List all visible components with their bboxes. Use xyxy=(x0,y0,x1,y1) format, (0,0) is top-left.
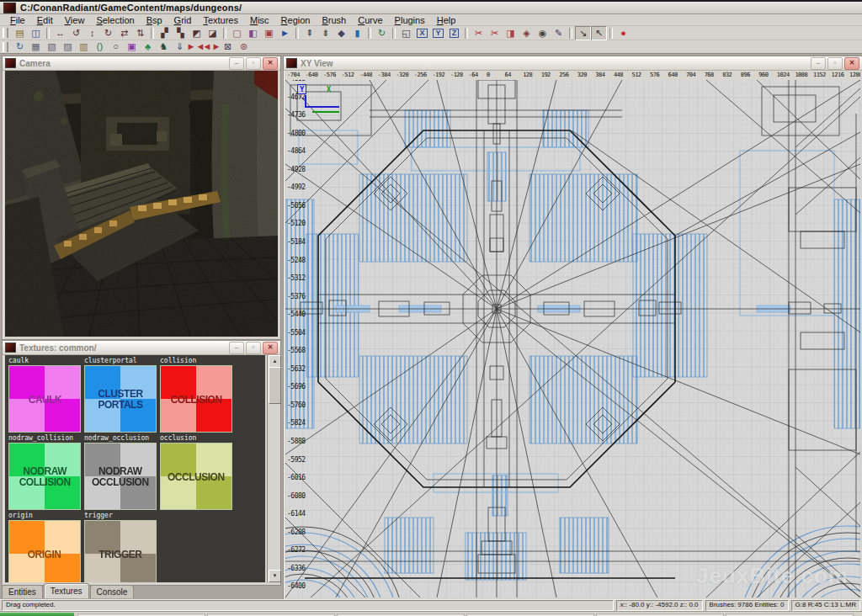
tab-console[interactable]: Console xyxy=(90,585,135,598)
complex-rotate-icon[interactable]: ▚ xyxy=(173,26,189,40)
maximize-button[interactable]: ▫ xyxy=(827,57,843,70)
menu-misc[interactable]: Misc xyxy=(245,15,274,25)
tab-entities[interactable]: Entities xyxy=(2,585,43,598)
hollow-icon[interactable]: ▣ xyxy=(261,26,277,40)
minimize-button[interactable]: ‒ xyxy=(229,342,244,354)
close-button[interactable]: ✕ xyxy=(263,57,278,70)
flush-texture-icon[interactable]: ◈ xyxy=(519,26,535,40)
csg-merge-icon[interactable]: ◧ xyxy=(245,26,261,40)
cubic-clip-icon[interactable]: ◉ xyxy=(535,26,551,40)
texture-collision[interactable]: collisionCOLLISION xyxy=(160,357,232,433)
texture-caulk[interactable]: caulkCAULK xyxy=(8,357,81,433)
scroll-up-icon[interactable]: ▲ xyxy=(269,355,281,368)
texture-clusterportal[interactable]: clusterportalCLUSTER PORTALS xyxy=(84,357,157,433)
no-selection-icon[interactable]: ⊠ xyxy=(220,40,236,54)
maximize-button[interactable]: ▫ xyxy=(246,342,261,354)
brush-edit-icon[interactable]: ◩ xyxy=(189,26,205,40)
show-coordinates-icon[interactable]: ▨ xyxy=(60,40,76,54)
clipper-tool-icon[interactable]: ◨ xyxy=(503,26,519,40)
menu-brush[interactable]: Brush xyxy=(317,15,351,25)
texture-nodraw_occlusion[interactable]: nodraw_occlusionNODRAW OCCLUSION xyxy=(84,434,157,510)
next-leak-spot-icon[interactable]: ◄► xyxy=(204,40,220,54)
patch-edit-icon[interactable]: ◪ xyxy=(205,26,221,40)
vertex-mode-icon[interactable]: ○ xyxy=(108,40,124,54)
texture-swatch[interactable]: CAULK xyxy=(8,365,81,433)
minimize-button[interactable]: ‒ xyxy=(229,57,244,70)
rotate-z-icon[interactable]: ⇅ xyxy=(132,26,148,40)
freeform-pen-icon[interactable]: ✎ xyxy=(551,26,567,40)
patch-grid-icon[interactable]: ▣ xyxy=(124,40,140,54)
camera-title-bar[interactable]: Camera ‒ ▫ ✕ xyxy=(3,56,280,71)
toolbar-grip[interactable] xyxy=(3,28,8,38)
menu-bsp[interactable]: Bsp xyxy=(141,15,168,25)
monster-clip-icon[interactable]: ♞ xyxy=(156,40,172,54)
minimize-button[interactable]: ‒ xyxy=(811,57,826,70)
tab-textures[interactable]: Textures xyxy=(44,583,89,598)
rotate-y-icon[interactable]: ↻ xyxy=(100,26,116,40)
flip-x-icon[interactable]: ↔ xyxy=(52,26,68,40)
show-blocks-icon[interactable]: ▧ xyxy=(44,40,60,54)
texture-swatch[interactable]: ORIGIN xyxy=(8,520,81,582)
clip-back-icon[interactable]: ✂ xyxy=(487,26,503,40)
select-inside-icon[interactable]: ↖ xyxy=(591,26,607,40)
scroll-down-icon[interactable]: ▼ xyxy=(269,570,281,582)
texture-swatch[interactable]: COLLISION xyxy=(160,365,232,433)
texture-swatch[interactable]: TRIGGER xyxy=(84,520,157,582)
texture-swatch[interactable]: CLUSTER PORTALS xyxy=(84,365,157,433)
flip-y-icon[interactable]: ↕ xyxy=(84,26,100,40)
curve-bend-icon[interactable]: () xyxy=(92,40,108,54)
main-title-bar[interactable]: C:/ConanRadiant/GameContent/maps/dungeon… xyxy=(0,0,862,14)
start-button-sliver[interactable] xyxy=(0,613,74,616)
flip-z-icon[interactable]: ⇄ xyxy=(116,26,132,40)
region-select-icon[interactable]: ▢ xyxy=(229,26,245,40)
menu-region[interactable]: Region xyxy=(276,15,316,25)
texture-trigger[interactable]: triggerTRIGGER xyxy=(84,512,157,582)
dont-select-models-icon[interactable]: ● xyxy=(615,26,631,40)
scrollbar-thumb[interactable] xyxy=(269,367,281,404)
drop-entity-icon[interactable]: ⇓ xyxy=(172,40,188,54)
scale-y-icon[interactable]: ⇟ xyxy=(317,26,333,40)
rotate-x-icon[interactable]: ↺ xyxy=(68,26,84,40)
cycle-layout-icon[interactable]: ↻ xyxy=(374,26,390,40)
selection-arrow-icon[interactable]: ► xyxy=(277,26,293,40)
show-names-icon[interactable]: ▦ xyxy=(28,40,44,54)
menu-help[interactable]: Help xyxy=(432,15,461,25)
texture-nodraw_collision[interactable]: nodraw_collisionNODRAW COLLISION xyxy=(8,434,81,510)
menu-plugins[interactable]: Plugins xyxy=(390,15,430,25)
texture-browser[interactable]: caulkCAULKclusterportalCLUSTER PORTALSco… xyxy=(5,355,265,582)
popup-menu-icon[interactable]: ◱ xyxy=(398,26,414,40)
camera-preview-icon[interactable]: ▮ xyxy=(349,26,365,40)
menu-grid[interactable]: Grid xyxy=(169,15,197,25)
clip-front-icon[interactable]: ✂ xyxy=(471,26,487,40)
lock-y-icon[interactable]: Y xyxy=(430,26,446,40)
menu-edit[interactable]: Edit xyxy=(32,15,58,25)
toolbar-grip[interactable] xyxy=(3,42,8,52)
xy-title-bar[interactable]: XY View ‒ ▫ ✕ xyxy=(284,56,862,71)
open-icon[interactable]: ▤ xyxy=(12,26,28,40)
menu-curve[interactable]: Curve xyxy=(353,15,387,25)
menu-file[interactable]: File xyxy=(5,15,30,25)
texture-swatch[interactable]: NODRAW COLLISION xyxy=(8,443,81,510)
lock-x-icon[interactable]: X xyxy=(414,26,430,40)
menu-selection[interactable]: Selection xyxy=(91,15,139,25)
lock-z-icon[interactable]: Z xyxy=(446,26,462,40)
texture-occlusion[interactable]: occlusionOCCLUSION xyxy=(160,434,232,510)
menu-view[interactable]: View xyxy=(60,15,90,25)
xy-2d-viewport[interactable]: Y X xyxy=(285,80,860,597)
close-button[interactable]: ✕ xyxy=(844,57,859,70)
misc-flush-icon[interactable]: ⊛ xyxy=(236,40,252,54)
complex-move-icon[interactable]: ▞ xyxy=(157,26,173,40)
maximize-button[interactable]: ▫ xyxy=(246,57,261,70)
textures-title-bar[interactable]: Textures: common/ ‒ ▫ ✕ xyxy=(3,341,280,355)
texture-origin[interactable]: originORIGIN xyxy=(8,512,81,582)
texture-view-icon[interactable]: ◆ xyxy=(333,26,349,40)
menu-textures[interactable]: Textures xyxy=(198,15,243,25)
prev-leak-spot-icon[interactable]: ►◄ xyxy=(188,40,204,54)
foliage-tool-icon[interactable]: ♣ xyxy=(140,40,156,54)
texture-swatch[interactable]: OCCLUSION xyxy=(160,443,232,510)
scale-x-icon[interactable]: ⇞ xyxy=(301,26,317,40)
select-touching-icon[interactable]: ↘ xyxy=(575,26,591,40)
show-workzone-icon[interactable]: ▥ xyxy=(76,40,92,54)
texture-scrollbar[interactable]: ▲ ▼ xyxy=(267,355,280,582)
close-button[interactable]: ✕ xyxy=(263,342,278,354)
